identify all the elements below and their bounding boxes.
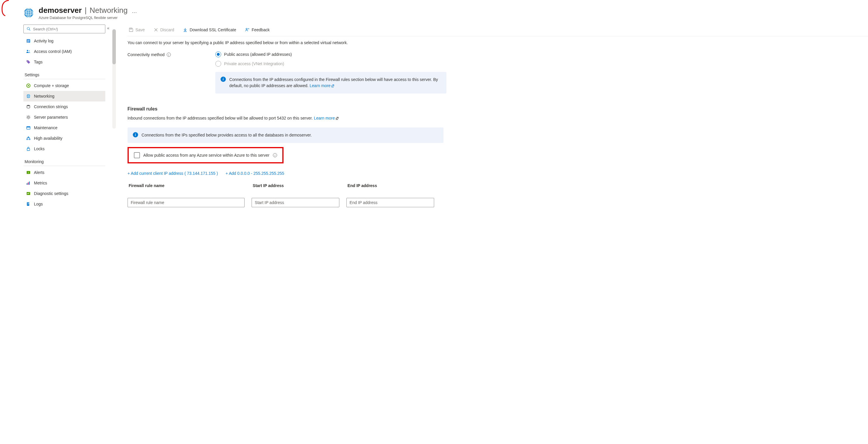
feedback-button[interactable]: Feedback [244, 26, 271, 34]
svg-rect-46 [130, 28, 132, 29]
svg-text:!: ! [28, 171, 29, 174]
save-label: Save [135, 28, 145, 32]
header-more-button[interactable]: … [130, 8, 138, 14]
discard-label: Discard [160, 28, 174, 32]
maintenance-icon [26, 125, 31, 130]
resource-name: demoserver [39, 6, 82, 15]
learn-more-link[interactable]: Learn more [314, 116, 339, 121]
discard-button[interactable]: Discard [152, 26, 175, 34]
svg-point-11 [27, 50, 28, 52]
sidebar-group-monitoring: Monitoring [23, 154, 105, 166]
sidebar-item-label: Server parameters [34, 115, 68, 119]
info-icon: i [221, 77, 226, 82]
connectivity-method-label: Connectivity method [128, 52, 165, 57]
radio-public-access[interactable]: Public access (allowed IP addresses) [215, 52, 292, 57]
external-link-icon [331, 83, 334, 86]
sidebar-item-access-control[interactable]: Access control (IAM) [23, 46, 105, 57]
radio-private-access: Private access (VNet Integration) [215, 61, 292, 67]
diagnostic-settings-icon [26, 191, 31, 196]
resource-icon [23, 8, 34, 18]
info-icon[interactable]: i [167, 53, 171, 57]
feedback-icon [245, 28, 250, 32]
svg-point-20 [27, 105, 30, 106]
info-icon[interactable]: i [273, 153, 277, 157]
sidebar-item-label: Alerts [34, 170, 44, 175]
allow-azure-services-checkbox[interactable]: Allow public access from any Azure servi… [134, 152, 277, 158]
svg-rect-32 [26, 139, 28, 140]
lead-text: You can connect to your server by specif… [128, 40, 537, 45]
sidebar-item-server-parameters[interactable]: Server parameters [23, 112, 105, 123]
svg-rect-8 [27, 40, 30, 40]
start-ip-input[interactable] [252, 198, 339, 207]
feedback-label: Feedback [252, 28, 270, 32]
sidebar-item-logs[interactable]: Logs [23, 199, 105, 209]
svg-line-28 [27, 118, 28, 119]
sidebar-item-label: Networking [34, 94, 54, 99]
add-ip-range-link[interactable]: + Add 0.0.0.0 - 255.255.255.255 [225, 171, 284, 176]
svg-line-27 [30, 118, 30, 119]
sidebar-collapse-button[interactable]: « [105, 23, 111, 33]
add-client-ip-link[interactable]: + Add current client IP address ( 73.144… [128, 171, 218, 176]
sidebar-item-label: Logs [34, 202, 43, 206]
col-head-start-ip: Start IP address [252, 183, 339, 191]
info-icon: i [133, 132, 138, 137]
metrics-icon [26, 180, 31, 185]
svg-rect-10 [27, 42, 29, 42]
info-banner-firewall: i Connections from the IP addresses conf… [215, 72, 446, 94]
save-icon [129, 28, 133, 32]
discard-icon [154, 28, 158, 32]
download-ssl-button[interactable]: Download SSL Certificate [182, 26, 237, 34]
sidebar-item-tags[interactable]: Tags [23, 57, 105, 67]
svg-point-5 [27, 28, 30, 30]
learn-more-link[interactable]: Learn more [310, 83, 334, 88]
svg-rect-38 [27, 183, 28, 185]
resource-header: demoserver | Networking … Azure Database… [0, 0, 868, 23]
high-availability-icon [26, 136, 31, 141]
sidebar-item-label: Locks [34, 146, 45, 151]
logs-icon [26, 201, 31, 207]
sidebar-item-connection-strings[interactable]: Connection strings [23, 101, 105, 112]
svg-point-15 [28, 85, 29, 86]
sidebar-item-maintenance[interactable]: Maintenance [23, 123, 105, 133]
sidebar-item-label: Metrics [34, 181, 47, 185]
info-banner-databases: i Connections from the IPs specified bel… [128, 128, 443, 143]
command-bar: Save Discard Download SSL Certificate Fe… [128, 23, 868, 36]
svg-point-21 [28, 116, 29, 118]
resource-type-label: Azure Database for PostgreSQL flexible s… [39, 15, 138, 20]
sidebar-search[interactable] [23, 25, 105, 33]
svg-rect-45 [28, 204, 29, 205]
info-banner-text: Connections from the IPs specified below… [142, 132, 312, 138]
svg-line-26 [27, 116, 28, 116]
scrollbar-thumb[interactable] [112, 29, 116, 64]
svg-rect-44 [28, 204, 29, 204]
sidebar-item-high-availability[interactable]: High availability [23, 133, 105, 143]
sidebar-scrollbar[interactable] [112, 29, 116, 129]
svg-line-6 [29, 30, 30, 31]
sidebar-item-label: Diagnostic settings [34, 191, 68, 196]
svg-point-34 [28, 137, 29, 138]
sidebar-item-label: Tags [34, 60, 43, 64]
sidebar-item-diagnostic-settings[interactable]: Diagnostic settings [23, 188, 105, 199]
svg-point-12 [29, 50, 30, 52]
sidebar-item-metrics[interactable]: Metrics [23, 178, 105, 188]
col-head-rule-name: Firewall rule name [128, 183, 245, 191]
sidebar-nav: Activity log Access control (IAM) Tags S… [23, 23, 105, 209]
end-ip-input[interactable] [346, 198, 434, 207]
sidebar-item-alerts[interactable]: ! Alerts [23, 167, 105, 178]
highlight-allow-azure: Allow public access from any Azure servi… [128, 147, 283, 163]
sidebar-search-input[interactable] [33, 27, 103, 31]
svg-rect-31 [27, 127, 30, 128]
firewall-rule-name-input[interactable] [128, 198, 245, 207]
svg-rect-33 [29, 139, 30, 140]
sidebar-item-locks[interactable]: Locks [23, 143, 105, 154]
save-button[interactable]: Save [128, 26, 146, 34]
sidebar-item-activity-log[interactable]: Activity log [23, 36, 105, 46]
sidebar-item-networking[interactable]: Networking [23, 91, 105, 101]
search-icon [26, 26, 31, 32]
sidebar-item-compute-storage[interactable]: Compute + storage [23, 80, 105, 91]
sidebar-item-label: High availability [34, 136, 62, 141]
sidebar-item-label: Compute + storage [34, 83, 69, 88]
firewall-rules-heading: Firewall rules [128, 106, 537, 112]
firewall-rules-description: Inbound connections from the IP addresse… [128, 116, 537, 121]
sidebar-item-label: Maintenance [34, 126, 57, 130]
